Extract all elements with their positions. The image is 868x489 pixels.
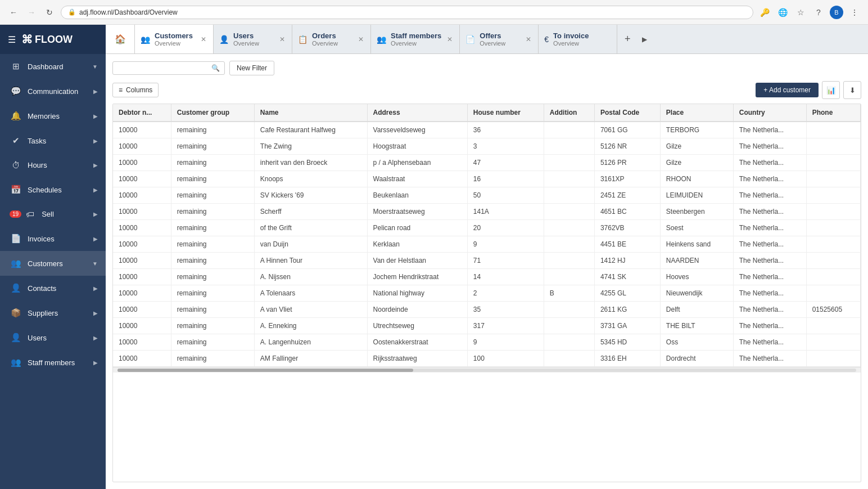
tab-users-close[interactable]: ✕ [278, 34, 286, 44]
cell-group: remaining [171, 269, 254, 285]
tab-customers-close[interactable]: ✕ [200, 34, 207, 44]
search-input[interactable] [117, 64, 211, 72]
sidebar-item-customers[interactable]: 👥 Customers ▼ [0, 251, 106, 276]
columns-button[interactable]: ≡ Columns [112, 83, 159, 97]
cell-phone [806, 285, 860, 302]
sidebar-item-schedules[interactable]: 📅 Schedules ▶ [0, 177, 106, 202]
tab-toinvoice[interactable]: € To invoice Overview [539, 25, 617, 53]
key-icon[interactable]: 🔑 [758, 6, 771, 19]
table-row[interactable]: 10000remainingCafe Restaurant HalfwegVar… [113, 122, 861, 138]
hamburger-icon[interactable]: ☰ [8, 34, 16, 45]
cell-housenumber: 100 [467, 351, 544, 367]
help-icon[interactable]: ? [812, 6, 825, 19]
cell-name: A. Nijssen [254, 269, 367, 285]
back-button[interactable]: ← [7, 6, 20, 19]
translate-icon[interactable]: 🌐 [776, 6, 789, 19]
suppliers-icon: 📦 [10, 308, 22, 318]
menu-icon[interactable]: ⋮ [848, 6, 861, 19]
invoices-arrow: ▶ [93, 236, 98, 242]
tab-staff-icon: 👥 [377, 35, 386, 44]
cell-phone [806, 122, 860, 138]
customers-table-container[interactable]: Debtor n... Customer group Name Address … [112, 104, 861, 482]
horizontal-scrollbar[interactable] [113, 367, 861, 373]
table-row[interactable]: 10000remainingA. LangenhuizenOostenakker… [113, 334, 861, 351]
sidebar-item-users[interactable]: 👤 Users ▶ [0, 325, 106, 350]
cell-postalcode: 5126 NR [594, 138, 660, 155]
cell-debtor: 10000 [113, 334, 171, 351]
cell-debtor: 10000 [113, 351, 171, 367]
sidebar-item-tasks[interactable]: ✔ Tasks ▶ [0, 128, 106, 153]
sidebar-item-sell[interactable]: 19 🏷 Sell ▶ [0, 202, 106, 226]
tab-toinvoice-icon: € [544, 35, 549, 44]
cell-address: Waalstraat [367, 171, 467, 187]
tab-toinvoice-subtitle: Overview [553, 40, 611, 47]
add-customer-button[interactable]: + Add customer [756, 83, 819, 97]
tasks-arrow: ▶ [93, 138, 98, 144]
schedules-arrow: ▶ [93, 187, 98, 193]
cell-place: LEIMUIDEN [660, 187, 733, 204]
table-row[interactable]: 10000remainingA van VlietNoordeinde35261… [113, 302, 861, 318]
sidebar-item-staff-members[interactable]: 👥 Staff members ▶ [0, 350, 106, 375]
sidebar-item-communication[interactable]: 💬 Communication ▶ [0, 79, 106, 104]
table-row[interactable]: 10000remainingof the GriftPelican road20… [113, 220, 861, 236]
tab-scroll-right[interactable]: ▶ [638, 25, 651, 53]
cell-group: remaining [171, 334, 254, 351]
reload-button[interactable]: ↻ [43, 6, 56, 19]
address-bar[interactable]: 🔒 adj.floow.nl/Dashboard/Overview [61, 6, 753, 19]
cell-place: RHOON [660, 171, 733, 187]
export-excel-button[interactable]: 📊 [822, 81, 840, 99]
cell-housenumber: 3 [467, 138, 544, 155]
tab-staff[interactable]: 👥 Staff members Overview ✕ [371, 25, 460, 53]
table-row[interactable]: 10000remainingThe ZwingHoogstraat35126 N… [113, 138, 861, 155]
cell-housenumber: 71 [467, 253, 544, 269]
memories-icon: 🔔 [10, 111, 22, 121]
customers-arrow: ▼ [92, 261, 98, 267]
table-row[interactable]: 10000remainingA Hinnen TourVan der Helst… [113, 253, 861, 269]
table-row[interactable]: 10000remainingAM FallingerRijksstraatweg… [113, 351, 861, 367]
tab-customers[interactable]: 👥 Customers Overview ✕ [135, 25, 214, 53]
cell-address: Pelican road [367, 220, 467, 236]
sidebar-item-suppliers[interactable]: 📦 Suppliers ▶ [0, 300, 106, 325]
user-avatar[interactable]: B [830, 6, 843, 19]
table-row[interactable]: 10000remainingSV Kickers '69Beukenlaan50… [113, 187, 861, 204]
cell-name: van Duijn [254, 236, 367, 253]
new-filter-button[interactable]: New Filter [229, 61, 274, 75]
sidebar-item-contacts[interactable]: 👤 Contacts ▶ [0, 276, 106, 300]
cell-group: remaining [171, 187, 254, 204]
cell-address: Jochem Hendrikstraat [367, 269, 467, 285]
tab-offers-close[interactable]: ✕ [525, 34, 532, 44]
table-row[interactable]: 10000remainingA TolenaarsNational highwa… [113, 285, 861, 302]
cell-country: The Netherla... [733, 171, 806, 187]
cell-addition [544, 334, 594, 351]
download-button[interactable]: ⬇ [843, 81, 861, 99]
sidebar-item-memories[interactable]: 🔔 Memories ▶ [0, 104, 106, 128]
table-row[interactable]: 10000remainingA. EnnekingUtrechtseweg317… [113, 318, 861, 334]
table-row[interactable]: 10000remainingScherffMoerstraatseweg141A… [113, 204, 861, 220]
dashboard-arrow: ▼ [92, 64, 98, 70]
cell-postalcode: 4741 SK [594, 269, 660, 285]
sidebar-item-invoices[interactable]: 📄 Invoices ▶ [0, 226, 106, 251]
toolbar-search: 🔍 New Filter [112, 61, 861, 75]
sidebar-item-dashboard[interactable]: ⊞ Dashboard ▼ [0, 54, 106, 79]
tab-orders-close[interactable]: ✕ [357, 34, 365, 44]
cell-address: Moerstraatseweg [367, 204, 467, 220]
cell-place: Soest [660, 220, 733, 236]
cell-address: Beukenlaan [367, 187, 467, 204]
forward-button[interactable]: → [25, 6, 38, 19]
tab-orders[interactable]: 📋 Orders Overview ✕ [292, 25, 371, 53]
search-box[interactable]: 🔍 [112, 61, 225, 75]
tab-home[interactable]: 🏠 [106, 25, 135, 53]
table-row[interactable]: 10000remainingKnoopsWaalstraat163161XPRH… [113, 171, 861, 187]
tab-users[interactable]: 👤 Users Overview ✕ [214, 25, 292, 53]
tab-staff-close[interactable]: ✕ [446, 34, 454, 44]
tab-staff-title: Staff members [391, 32, 441, 40]
table-row[interactable]: 10000remaininginherit van den Broeckp / … [113, 155, 861, 171]
table-row[interactable]: 10000remainingvan DuijnKerklaan94451 BEH… [113, 236, 861, 253]
star-icon[interactable]: ☆ [794, 6, 807, 19]
sidebar-item-hours[interactable]: ⏱ Hours ▶ [0, 153, 106, 177]
tab-offers[interactable]: 📄 Offers Overview ✕ [460, 25, 539, 53]
cell-debtor: 10000 [113, 236, 171, 253]
tab-add-button[interactable]: + [617, 25, 638, 53]
cell-address: p / a Alphensebaan [367, 155, 467, 171]
table-row[interactable]: 10000remainingA. NijssenJochem Hendrikst… [113, 269, 861, 285]
